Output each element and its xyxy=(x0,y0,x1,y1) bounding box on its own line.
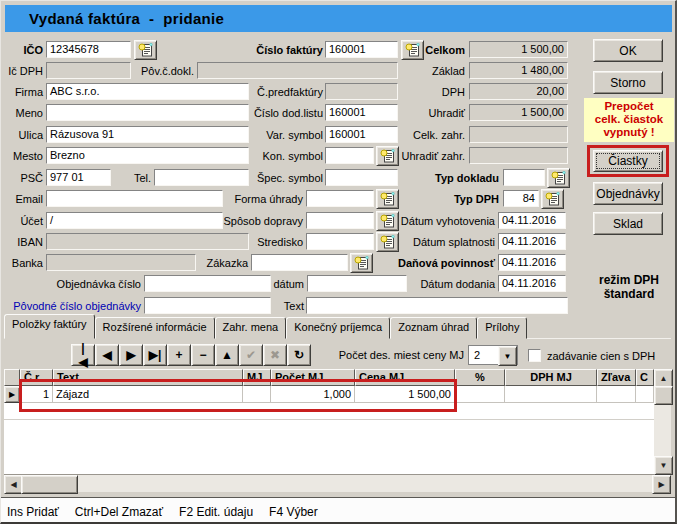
forma-uhrady-input[interactable] xyxy=(306,190,374,207)
datum-dodania-input[interactable]: 04.11.2016 xyxy=(498,275,566,292)
decimals-label: Počet des. miest ceny MJ xyxy=(321,348,464,363)
grid-vscrollbar[interactable]: ▲ ▼ xyxy=(654,369,671,475)
scroll-down-icon[interactable]: ▼ xyxy=(654,456,673,475)
ico-input[interactable]: 12345678 xyxy=(46,41,131,58)
decimals-dropdown[interactable]: 2 ▼ xyxy=(468,345,518,365)
sklad-button[interactable]: Sklad xyxy=(593,212,663,235)
spec-symbol-input[interactable] xyxy=(325,169,398,186)
iban-input[interactable] xyxy=(46,233,249,250)
grid-header-pct[interactable]: % xyxy=(455,369,505,386)
tab-polozky-faktury[interactable]: Položky faktúry xyxy=(4,314,95,339)
zakazka-input[interactable] xyxy=(251,254,348,271)
insert-row-button[interactable]: + xyxy=(167,344,191,366)
delete-row-button[interactable]: − xyxy=(191,344,215,366)
row-cell-mj[interactable] xyxy=(243,386,271,403)
pov-c-dokl-input[interactable] xyxy=(197,62,398,79)
pov-c-dokl-label: Pôv.č.dokl. xyxy=(134,64,194,79)
ok-button[interactable]: OK xyxy=(593,39,663,62)
typ-dokladu-input[interactable] xyxy=(503,169,545,186)
tel-label: Tel. xyxy=(119,171,151,186)
grid-header-zlava[interactable]: Zľava xyxy=(597,369,636,386)
grid-header-cena-mj[interactable]: Cena MJ xyxy=(355,369,455,386)
grid-header-mj[interactable]: MJ xyxy=(243,369,271,386)
tab-prilohy[interactable]: Prílohy xyxy=(477,317,527,339)
forma-uhrady-label: Forma úhrady xyxy=(211,192,303,207)
grid-hscrollbar[interactable]: ◀ ▶ xyxy=(4,475,671,492)
ucet-label: Účet xyxy=(1,214,43,229)
datum-dodania-label: Dátum dodania xyxy=(371,277,495,292)
row-cell-cr[interactable]: 1 xyxy=(20,386,53,403)
storno-button[interactable]: Storno xyxy=(593,71,663,94)
typ-dph-input[interactable]: 84 xyxy=(503,190,539,207)
sposob-dopravy-input[interactable] xyxy=(306,212,374,229)
typ-dph-lookup-button[interactable] xyxy=(541,189,564,209)
lookup-icon xyxy=(551,171,566,185)
tab-zahr-mena[interactable]: Zahr. mena xyxy=(215,317,287,339)
row-cell-dph-mj[interactable] xyxy=(505,386,597,403)
email-input[interactable] xyxy=(46,190,223,207)
grid-header-cr[interactable]: Č.r. xyxy=(20,369,53,386)
psc-input[interactable]: 977 01 xyxy=(46,169,111,186)
cislo-faktury-label: Číslo faktúry xyxy=(231,43,323,58)
row-cell-cena-mj[interactable]: 1 500,00 xyxy=(355,386,455,403)
ciastky-button[interactable]: Čiastky xyxy=(593,150,663,172)
objednavka-datum-label: dátum xyxy=(271,277,304,292)
cislo-dod-listu-label: Číslo dod.listu xyxy=(231,106,323,121)
vat-price-checkbox[interactable] xyxy=(528,349,541,362)
datum-splatnosti-input[interactable]: 04.11.2016 xyxy=(498,233,566,250)
banka-input[interactable] xyxy=(46,254,196,271)
tab-rozsirene-informacie[interactable]: Rozšírené informácie xyxy=(95,317,215,339)
grid-header-c[interactable]: C xyxy=(636,369,654,386)
ucet-input[interactable]: / xyxy=(46,212,223,229)
ic-dph-input[interactable] xyxy=(46,62,131,79)
ulica-input[interactable]: Rázusova 91 xyxy=(46,126,249,143)
row-cell-pocet-mj[interactable]: 1,000 xyxy=(271,386,355,403)
tab-konecny-prijemca[interactable]: Konečný príjemca xyxy=(286,317,390,339)
row-cell-zlava[interactable] xyxy=(597,386,636,403)
datum-splatnosti-label: Dátum splatnosti xyxy=(371,235,495,250)
vscroll-thumb[interactable] xyxy=(654,386,673,405)
datum-vyhotovenia-label: Dátum vyhotovenia xyxy=(371,214,495,229)
objednavka-cislo-input[interactable] xyxy=(144,275,271,292)
kon-symbol-label: Kon. symbol xyxy=(231,149,323,164)
row-cell-c[interactable] xyxy=(636,386,654,403)
stredisko-input[interactable] xyxy=(306,233,374,250)
typ-dokladu-lookup-button[interactable] xyxy=(547,168,570,188)
edit-row-button[interactable]: ▲ xyxy=(215,344,239,366)
nav-next-button[interactable]: ▶ xyxy=(119,344,143,366)
recalc-warning: Prepočet celk. čiastok vypnutý ! xyxy=(584,98,674,142)
dropdown-arrow-icon[interactable]: ▼ xyxy=(498,346,517,366)
nav-last-button[interactable]: ▶| xyxy=(143,344,167,366)
text-input[interactable] xyxy=(306,297,568,314)
grid-header-dph-mj[interactable]: DPH MJ xyxy=(505,369,597,386)
meno-input[interactable] xyxy=(46,104,249,121)
text-label: Text xyxy=(271,299,304,314)
danova-povinnost-input[interactable]: 04.11.2016 xyxy=(498,254,566,271)
grid-header-text[interactable]: Text xyxy=(53,369,243,386)
mesto-input[interactable]: Brezno xyxy=(46,147,249,164)
datum-vyhotovenia-input[interactable]: 04.11.2016 xyxy=(498,212,566,229)
window-title: Vydaná faktúra - pridanie xyxy=(5,10,224,27)
grid-empty-row xyxy=(4,403,654,420)
ico-lookup-button[interactable] xyxy=(134,40,157,60)
refresh-button[interactable]: ↻ xyxy=(287,344,311,366)
kon-symbol-input[interactable] xyxy=(325,147,374,164)
c-predfaktury-label: Č.predfaktúry xyxy=(231,85,323,100)
nav-prior-button[interactable]: ◀ xyxy=(95,344,119,366)
scroll-right-icon[interactable]: ▶ xyxy=(652,475,671,494)
cancel-edit-button[interactable]: ✖ xyxy=(263,344,287,366)
hscroll-thumb[interactable] xyxy=(21,475,78,494)
row-cell-text[interactable]: Zájazd xyxy=(53,386,243,403)
povodne-cislo-input[interactable] xyxy=(144,297,271,314)
firma-input[interactable]: ABC s.r.o. xyxy=(46,83,249,100)
tab-zoznam-uhrad[interactable]: Zoznam úhrad xyxy=(390,317,477,339)
nav-first-button[interactable]: |◀ xyxy=(71,344,95,366)
row-cell-pct[interactable] xyxy=(455,386,505,403)
lookup-icon xyxy=(138,43,153,57)
grid-header-pocet-mj[interactable]: Počet MJ xyxy=(271,369,355,386)
ico-label: IČO xyxy=(1,43,43,58)
objednavky-button[interactable]: Objednávky xyxy=(593,182,663,205)
status-hint-delete: Ctrl+Del Zmazať xyxy=(75,505,163,519)
dph-input: 20,00 xyxy=(469,83,568,100)
post-button[interactable]: ✔ xyxy=(239,344,263,366)
